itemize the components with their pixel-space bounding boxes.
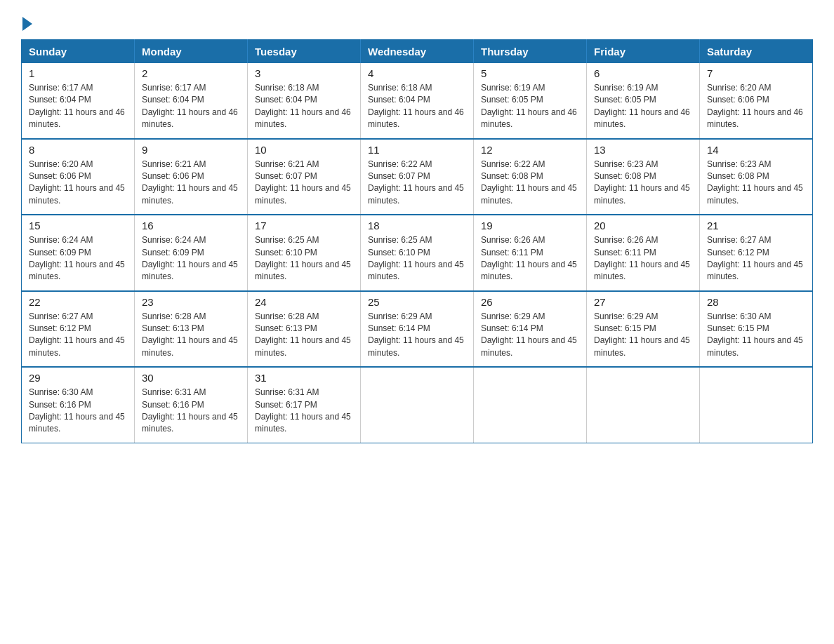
day-info: Sunrise: 6:23 AMSunset: 6:08 PMDaylight:…	[707, 159, 805, 208]
day-number: 25	[368, 296, 466, 308]
day-info: Sunrise: 6:31 AMSunset: 6:17 PMDaylight:…	[255, 387, 353, 436]
calendar-week-row: 15 Sunrise: 6:24 AMSunset: 6:09 PMDaylig…	[22, 215, 813, 291]
calendar-day-cell: 29 Sunrise: 6:30 AMSunset: 6:16 PMDaylig…	[22, 367, 135, 443]
page-header	[21, 14, 813, 27]
calendar-day-cell: 28 Sunrise: 6:30 AMSunset: 6:15 PMDaylig…	[700, 291, 813, 368]
day-header-monday: Monday	[135, 40, 248, 64]
calendar-day-cell: 16 Sunrise: 6:24 AMSunset: 6:09 PMDaylig…	[135, 215, 248, 291]
day-info: Sunrise: 6:24 AMSunset: 6:09 PMDaylight:…	[142, 234, 240, 283]
calendar-day-cell: 14 Sunrise: 6:23 AMSunset: 6:08 PMDaylig…	[700, 139, 813, 215]
day-number: 17	[255, 220, 353, 232]
day-number: 11	[368, 144, 466, 156]
calendar-empty-cell	[700, 367, 813, 443]
day-header-saturday: Saturday	[700, 40, 813, 64]
calendar-day-cell: 30 Sunrise: 6:31 AMSunset: 6:16 PMDaylig…	[135, 367, 248, 443]
calendar-day-cell: 9 Sunrise: 6:21 AMSunset: 6:06 PMDayligh…	[135, 139, 248, 215]
day-info: Sunrise: 6:21 AMSunset: 6:07 PMDaylight:…	[255, 159, 353, 208]
calendar-day-cell: 21 Sunrise: 6:27 AMSunset: 6:12 PMDaylig…	[700, 215, 813, 291]
calendar-day-cell: 10 Sunrise: 6:21 AMSunset: 6:07 PMDaylig…	[248, 139, 361, 215]
calendar-day-cell: 13 Sunrise: 6:23 AMSunset: 6:08 PMDaylig…	[587, 139, 700, 215]
day-info: Sunrise: 6:31 AMSunset: 6:16 PMDaylight:…	[142, 387, 240, 436]
day-info: Sunrise: 6:20 AMSunset: 6:06 PMDaylight:…	[29, 159, 127, 208]
calendar-day-cell: 31 Sunrise: 6:31 AMSunset: 6:17 PMDaylig…	[248, 367, 361, 443]
calendar-day-cell: 23 Sunrise: 6:28 AMSunset: 6:13 PMDaylig…	[135, 291, 248, 368]
day-info: Sunrise: 6:18 AMSunset: 6:04 PMDaylight:…	[368, 82, 466, 131]
day-number: 2	[142, 67, 240, 79]
day-number: 21	[707, 220, 805, 232]
calendar-header-row: SundayMondayTuesdayWednesdayThursdayFrid…	[22, 40, 813, 64]
calendar-day-cell: 8 Sunrise: 6:20 AMSunset: 6:06 PMDayligh…	[22, 139, 135, 215]
calendar-day-cell: 4 Sunrise: 6:18 AMSunset: 6:04 PMDayligh…	[361, 63, 474, 139]
day-info: Sunrise: 6:19 AMSunset: 6:05 PMDaylight:…	[594, 82, 692, 131]
calendar-day-cell: 24 Sunrise: 6:28 AMSunset: 6:13 PMDaylig…	[248, 291, 361, 368]
calendar-week-row: 8 Sunrise: 6:20 AMSunset: 6:06 PMDayligh…	[22, 139, 813, 215]
day-header-wednesday: Wednesday	[361, 40, 474, 64]
day-number: 20	[594, 220, 692, 232]
day-number: 28	[707, 296, 805, 308]
calendar-day-cell: 19 Sunrise: 6:26 AMSunset: 6:11 PMDaylig…	[474, 215, 587, 291]
day-header-tuesday: Tuesday	[248, 40, 361, 64]
day-number: 26	[481, 296, 579, 308]
day-info: Sunrise: 6:24 AMSunset: 6:09 PMDaylight:…	[29, 234, 127, 283]
day-info: Sunrise: 6:29 AMSunset: 6:14 PMDaylight:…	[368, 311, 466, 360]
day-info: Sunrise: 6:20 AMSunset: 6:06 PMDaylight:…	[707, 82, 805, 131]
calendar-empty-cell	[474, 367, 587, 443]
logo-arrow-icon	[22, 17, 32, 31]
day-info: Sunrise: 6:17 AMSunset: 6:04 PMDaylight:…	[142, 82, 240, 131]
day-number: 1	[29, 67, 127, 79]
day-number: 30	[142, 372, 240, 384]
day-info: Sunrise: 6:22 AMSunset: 6:07 PMDaylight:…	[368, 159, 466, 208]
day-info: Sunrise: 6:30 AMSunset: 6:15 PMDaylight:…	[707, 311, 805, 360]
calendar-day-cell: 7 Sunrise: 6:20 AMSunset: 6:06 PMDayligh…	[700, 63, 813, 139]
day-number: 19	[481, 220, 579, 232]
calendar-day-cell: 20 Sunrise: 6:26 AMSunset: 6:11 PMDaylig…	[587, 215, 700, 291]
day-info: Sunrise: 6:27 AMSunset: 6:12 PMDaylight:…	[707, 234, 805, 283]
day-info: Sunrise: 6:30 AMSunset: 6:16 PMDaylight:…	[29, 387, 127, 436]
calendar-day-cell: 25 Sunrise: 6:29 AMSunset: 6:14 PMDaylig…	[361, 291, 474, 368]
calendar-week-row: 22 Sunrise: 6:27 AMSunset: 6:12 PMDaylig…	[22, 291, 813, 368]
day-number: 3	[255, 67, 353, 79]
calendar-day-cell: 12 Sunrise: 6:22 AMSunset: 6:08 PMDaylig…	[474, 139, 587, 215]
calendar-day-cell: 11 Sunrise: 6:22 AMSunset: 6:07 PMDaylig…	[361, 139, 474, 215]
day-number: 8	[29, 144, 127, 156]
day-header-thursday: Thursday	[474, 40, 587, 64]
day-info: Sunrise: 6:23 AMSunset: 6:08 PMDaylight:…	[594, 159, 692, 208]
day-info: Sunrise: 6:29 AMSunset: 6:14 PMDaylight:…	[481, 311, 579, 360]
calendar-day-cell: 3 Sunrise: 6:18 AMSunset: 6:04 PMDayligh…	[248, 63, 361, 139]
day-info: Sunrise: 6:26 AMSunset: 6:11 PMDaylight:…	[481, 234, 579, 283]
day-info: Sunrise: 6:27 AMSunset: 6:12 PMDaylight:…	[29, 311, 127, 360]
day-info: Sunrise: 6:18 AMSunset: 6:04 PMDaylight:…	[255, 82, 353, 131]
calendar-day-cell: 18 Sunrise: 6:25 AMSunset: 6:10 PMDaylig…	[361, 215, 474, 291]
day-number: 7	[707, 67, 805, 79]
day-info: Sunrise: 6:21 AMSunset: 6:06 PMDaylight:…	[142, 159, 240, 208]
day-number: 24	[255, 296, 353, 308]
day-header-sunday: Sunday	[22, 40, 135, 64]
day-info: Sunrise: 6:25 AMSunset: 6:10 PMDaylight:…	[368, 234, 466, 283]
calendar-week-row: 29 Sunrise: 6:30 AMSunset: 6:16 PMDaylig…	[22, 367, 813, 443]
calendar-day-cell: 27 Sunrise: 6:29 AMSunset: 6:15 PMDaylig…	[587, 291, 700, 368]
day-info: Sunrise: 6:29 AMSunset: 6:15 PMDaylight:…	[594, 311, 692, 360]
day-number: 5	[481, 67, 579, 79]
logo	[21, 14, 32, 27]
day-number: 22	[29, 296, 127, 308]
day-number: 13	[594, 144, 692, 156]
day-number: 6	[594, 67, 692, 79]
calendar-table: SundayMondayTuesdayWednesdayThursdayFrid…	[21, 39, 813, 443]
day-number: 14	[707, 144, 805, 156]
calendar-day-cell: 17 Sunrise: 6:25 AMSunset: 6:10 PMDaylig…	[248, 215, 361, 291]
day-info: Sunrise: 6:22 AMSunset: 6:08 PMDaylight:…	[481, 159, 579, 208]
day-info: Sunrise: 6:28 AMSunset: 6:13 PMDaylight:…	[255, 311, 353, 360]
day-number: 12	[481, 144, 579, 156]
day-number: 31	[255, 372, 353, 384]
calendar-day-cell: 26 Sunrise: 6:29 AMSunset: 6:14 PMDaylig…	[474, 291, 587, 368]
day-number: 16	[142, 220, 240, 232]
calendar-day-cell: 22 Sunrise: 6:27 AMSunset: 6:12 PMDaylig…	[22, 291, 135, 368]
calendar-day-cell: 1 Sunrise: 6:17 AMSunset: 6:04 PMDayligh…	[22, 63, 135, 139]
day-number: 29	[29, 372, 127, 384]
day-header-friday: Friday	[587, 40, 700, 64]
day-info: Sunrise: 6:26 AMSunset: 6:11 PMDaylight:…	[594, 234, 692, 283]
day-number: 4	[368, 67, 466, 79]
day-number: 10	[255, 144, 353, 156]
day-info: Sunrise: 6:25 AMSunset: 6:10 PMDaylight:…	[255, 234, 353, 283]
day-number: 27	[594, 296, 692, 308]
